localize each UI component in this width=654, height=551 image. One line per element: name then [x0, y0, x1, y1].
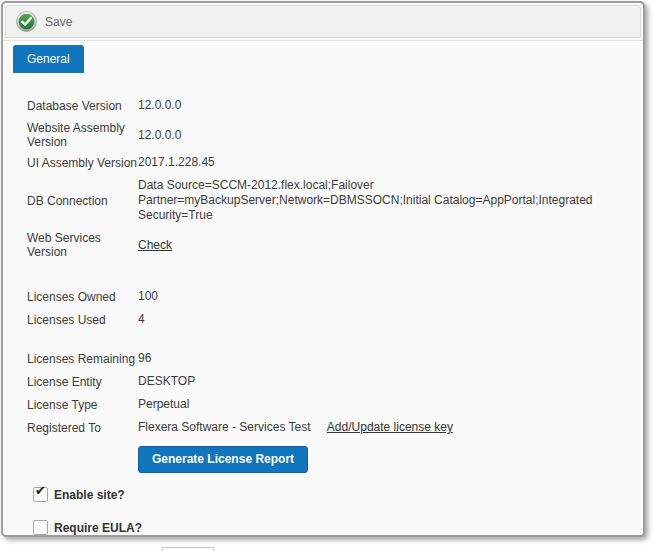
tab-strip: General	[3, 40, 643, 73]
field-row-db-connection: DB Connection Data Source=SCCM-2012.flex…	[27, 178, 629, 223]
add-update-license-key-link[interactable]: Add/Update license key	[327, 420, 453, 434]
check-web-services-link[interactable]: Check	[138, 238, 172, 252]
field-value: 12.0.0.0	[138, 128, 629, 143]
enable-site-label: Enable site?	[54, 488, 125, 502]
checkmark-icon: ✔	[35, 484, 46, 497]
expire-eula-row: Expire EULA every days (Set to 0 to neve…	[48, 547, 629, 551]
field-row-license-type: License Type Perpetual	[27, 397, 629, 412]
field-row-licenses-used: Licenses Used 4	[27, 312, 629, 327]
field-row-website-assembly-version: Website Assembly Version 12.0.0.0	[27, 121, 629, 149]
general-tab-content: Database Version 12.0.0.0 Website Assemb…	[3, 73, 643, 551]
field-row-license-entity: License Entity DESKTOP	[27, 374, 629, 389]
field-label: DB Connection	[27, 194, 138, 208]
field-label: Registered To	[27, 421, 138, 435]
field-row-registered-to: Registered To Flexera Software - Service…	[27, 420, 629, 435]
field-label: Website Assembly Version	[27, 121, 138, 149]
expire-eula-days-input[interactable]	[162, 547, 214, 551]
field-value: 96	[138, 351, 629, 366]
save-check-icon	[16, 11, 37, 32]
field-row-ui-assembly-version: UI Assembly Version 2017.1.228.45	[27, 155, 629, 170]
field-row-licenses-remaining: Licenses Remaining 96	[27, 351, 629, 366]
require-eula-checkbox[interactable]	[33, 520, 48, 535]
field-label: Licenses Remaining	[27, 352, 138, 366]
toolbar: Save	[5, 5, 641, 38]
field-row-licenses-owned: Licenses Owned 100	[27, 289, 629, 304]
field-value: DESKTOP	[138, 374, 629, 389]
field-value: 100	[138, 289, 629, 304]
field-value: Data Source=SCCM-2012.flex.local;Failove…	[138, 178, 629, 223]
field-label: Licenses Used	[27, 313, 138, 327]
require-eula-row: Require EULA?	[33, 520, 629, 535]
field-label: Licenses Owned	[27, 290, 138, 304]
enable-site-row: ✔ Enable site?	[33, 487, 629, 502]
registered-to-value: Flexera Software - Services Test	[138, 420, 311, 434]
save-button-label: Save	[45, 15, 72, 29]
field-value: 12.0.0.0	[138, 98, 629, 113]
field-label: License Entity	[27, 375, 138, 389]
generate-license-report-button[interactable]: Generate License Report	[138, 446, 308, 473]
field-label: UI Assembly Version	[27, 156, 138, 170]
settings-panel: Save General Database Version 12.0.0.0 W…	[1, 1, 645, 537]
save-button[interactable]: Save	[16, 11, 72, 32]
generate-report-row: Generate License Report	[138, 446, 629, 473]
field-label: Database Version	[27, 99, 138, 113]
require-eula-label: Require EULA?	[54, 521, 142, 535]
field-row-web-services-version: Web Services Version Check	[27, 231, 629, 259]
field-value: 2017.1.228.45	[138, 155, 629, 170]
field-row-database-version: Database Version 12.0.0.0	[27, 98, 629, 113]
field-value: Perpetual	[138, 397, 629, 412]
field-label: Web Services Version	[27, 231, 138, 259]
field-value: 4	[138, 312, 629, 327]
enable-site-checkbox[interactable]: ✔	[33, 487, 48, 502]
field-label: License Type	[27, 398, 138, 412]
tab-general[interactable]: General	[13, 45, 84, 73]
